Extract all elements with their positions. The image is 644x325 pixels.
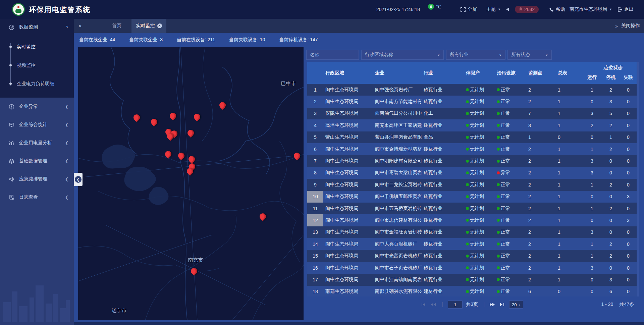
table-row[interactable]: 6阆中生态环境局阆中市金博瑞新型墙材砖瓦行业无计划正常21120 (307, 143, 637, 155)
page-size-select[interactable]: 20 ∨ (509, 301, 523, 309)
cell-industry: 砖瓦行业 (423, 250, 457, 262)
cell-running: 3 (582, 262, 602, 274)
industry-select[interactable]: 所有行业 ∨ (446, 50, 505, 60)
help-button[interactable]: 帮助 (549, 0, 565, 19)
table-row[interactable]: 18南部生态环境局南部县砌兴水泥有限公建材行业无计划正常60060 (307, 286, 637, 296)
cell-disconnected: 0 (620, 155, 637, 167)
table-row[interactable]: 12阆中生态环境局阆中市忠信建材有限公砖瓦行业无计划正常21003 (307, 214, 637, 226)
cell-pollution-facility: 正常 (490, 131, 524, 143)
cell-region: 阆中生态环境局 (323, 191, 371, 203)
cell-monitor-points: 2 (524, 250, 554, 262)
status-dot-red (497, 171, 500, 174)
sidebar-item-日志查看[interactable]: 日志查看❮ (0, 188, 74, 206)
sidebar-subitem-实时监控[interactable]: 实时监控 (0, 38, 74, 56)
status-dot-green (466, 148, 469, 151)
cell-company: 阆中市江南镇阆南页岩 (371, 274, 423, 285)
logout-button[interactable]: 退出 (618, 0, 634, 19)
organization-dropdown[interactable]: 南充市生态环境局 ▼ (570, 0, 612, 19)
sidebar-collapse-button[interactable]: ❮ (74, 173, 83, 186)
enterprise-table: 行政区域 企业 行业 停限产 治污设施 监测点 总表 点位状态 运行 停机 失联… (307, 62, 637, 296)
sidebar-item-企业用电量分析[interactable]: 企业用电量分析❮ (0, 134, 74, 152)
table-row[interactable]: 9阆中生态环境局阆中市二龙长宝页岩砖砖瓦行业无计划正常21120 (307, 179, 637, 191)
chevron-down-icon: ∨ (519, 303, 521, 306)
status-dot-green (466, 160, 469, 163)
col-header-industry: 行业 (424, 62, 433, 84)
cell-pollution-facility: 正常 (490, 119, 524, 131)
sidebar-item-企业异常[interactable]: 企业异常❮ (0, 98, 74, 116)
cell-pollution-facility: 正常 (490, 203, 524, 214)
fullscreen-button[interactable]: 全屏 (461, 0, 477, 19)
sidebar-item-0[interactable]: 数据监测˅ (0, 19, 74, 36)
mute-toggle[interactable] (505, 0, 509, 19)
table-row[interactable]: 11阆中生态环境局阆中市五马桥页岩机砖砖瓦行业无计划正常21120 (307, 203, 637, 214)
status-dot-green (497, 136, 500, 139)
cell-monitor-points: 2 (524, 179, 554, 191)
close-operations-button[interactable]: 关闭操作 (621, 23, 640, 29)
cell-stopped: 0 (602, 262, 620, 274)
table-row[interactable]: 17阆中生态环境局阆中市江南镇阆南页岩砖瓦行业无计划正常21030 (307, 274, 637, 285)
close-tab-icon[interactable]: ✕ (157, 23, 162, 28)
cell-disconnected: 0 (620, 286, 637, 296)
theme-dropdown[interactable]: 主题 ▼ (486, 0, 501, 19)
table-row[interactable]: 2阆中生态环境局阆中市南方节能建材有砖瓦行业无计划正常21030 (307, 96, 637, 107)
table-row[interactable]: 8阆中生态环境局阆中市枣碧大梁山页岩砖瓦行业无计划异常21300 (307, 167, 637, 179)
cell-pollution-facility: 正常 (490, 191, 524, 203)
tab-realtime-monitor[interactable]: 实时监控 ✕ (131, 19, 166, 33)
gis-map[interactable]: 巴中市南充市遂宁市 (78, 47, 304, 320)
cell-stop-production: 无计划 (457, 274, 490, 285)
last-page-icon[interactable] (500, 303, 504, 307)
app-window: 环保用电监管系统 2021-02-25 17:46:18 0 ℃ 全屏 主题 ▼ (0, 0, 644, 325)
status-dot-green (497, 278, 500, 281)
status-stat: 当前失联设备: 10 (229, 37, 265, 43)
table-scrollbar[interactable] (637, 62, 639, 296)
table-row[interactable]: 10阆中生态环境局阆中千佛镇五郎垭页岩砖瓦行业无计划正常21003 (307, 191, 637, 203)
page-number-input[interactable] (448, 301, 463, 309)
cell-pollution-facility: 正常 (490, 274, 524, 285)
cell-running: 1 (582, 143, 602, 155)
tabs-scroll-right-icon[interactable]: » (615, 23, 618, 29)
table-row[interactable]: 1阆中生态环境局阆中强锐页岩砖厂砖瓦行业无计划正常21120 (307, 84, 637, 96)
cell-company: 阆中强锐页岩砖厂 (371, 84, 423, 96)
next-page-icon[interactable] (489, 303, 495, 307)
table-row[interactable]: 7阆中生态环境局阆中明阳建材有限公司砖瓦行业无计划正常21300 (307, 155, 637, 167)
status-select[interactable]: 所有状态 ∨ (507, 50, 552, 60)
sidebar-item-应急减排管理[interactable]: 应急减排管理❮ (0, 170, 74, 188)
region-select[interactable]: 行政区域名称 ∨ (361, 50, 444, 60)
cell-disconnected: 0 (620, 143, 637, 155)
status-stat: 当前在线设备: 211 (177, 37, 215, 43)
notification-badge[interactable]: 2632 (515, 0, 539, 19)
table-row[interactable]: 3仪陇生态环境局西南油气田分公司川中化工无计划正常71350 (307, 108, 637, 119)
cell-stop-production: 无计划 (457, 286, 490, 296)
map-city-label: 巴中市 (281, 80, 296, 87)
cell-stopped: 2 (602, 84, 620, 96)
tab-home[interactable]: 首页 (105, 19, 129, 33)
previous-page-icon[interactable] (431, 303, 436, 307)
first-page-icon[interactable] (421, 303, 426, 307)
table-row[interactable]: 4高坪生态环境局南充市高坪区王家店建砖瓦行业无计划正常31220 (307, 119, 637, 131)
status-dot-green (466, 136, 469, 139)
record-total-label: 共47条 (619, 302, 634, 308)
cell-pollution-facility: 异常 (490, 167, 524, 179)
chevron-collapsed-icon: ❮ (65, 159, 68, 163)
table-row[interactable]: 14阆中生态环境局阆中大兴页岩机砖厂砖瓦行业无计划正常21120 (307, 238, 637, 250)
table-row[interactable]: 5营山生态环境局营山县润丰肉食品有限食品无计划正常10010 (307, 131, 637, 143)
table-row[interactable]: 15阆中生态环境局阆中市光富页岩机砖厂砖瓦行业无计划正常21120 (307, 250, 637, 262)
tabs-scroll-left-icon[interactable]: « (78, 19, 82, 33)
cell-stop-production: 无计划 (457, 167, 490, 179)
row-number: 7 (307, 155, 323, 167)
cell-stopped: 0 (602, 191, 620, 203)
gauge-icon (9, 24, 14, 30)
name-search-input[interactable] (306, 50, 359, 60)
sidebar-skyline-decoration (0, 279, 74, 322)
cell-monitor-points: 2 (524, 84, 554, 96)
sidebar-subitem-视频监控[interactable]: 视频监控 (0, 56, 74, 74)
table-row[interactable]: 16阆中生态环境局阆中市石子页岩机砖厂砖瓦行业无计划正常21300 (307, 262, 637, 274)
sidebar-subitem-企业电力负荷明细[interactable]: 企业电力负荷明细 (0, 74, 74, 93)
table-row[interactable]: 13阆中生态环境局阆中市金福旺页岩机砖砖瓦行业无计划正常21300 (307, 226, 637, 238)
cell-industry: 食品 (423, 131, 457, 143)
chevron-collapsed-icon: ❮ (65, 104, 68, 109)
sidebar-item-企业综合统计[interactable]: 企业综合统计❮ (0, 116, 74, 134)
status-dot-green (466, 290, 469, 293)
table-body: 1阆中生态环境局阆中强锐页岩砖厂砖瓦行业无计划正常211202阆中生态环境局阆中… (307, 84, 637, 296)
sidebar-item-基础数据管理[interactable]: 基础数据管理❮ (0, 152, 74, 170)
